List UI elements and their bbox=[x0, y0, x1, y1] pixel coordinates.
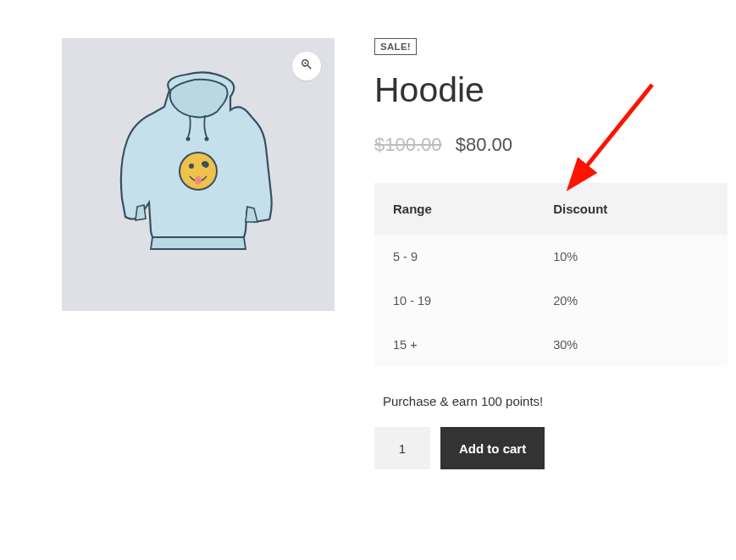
svg-point-0 bbox=[185, 137, 190, 141]
svg-point-3 bbox=[189, 164, 194, 169]
svg-point-1 bbox=[204, 137, 208, 141]
price-current: $80.00 bbox=[456, 134, 512, 155]
quantity-input[interactable] bbox=[374, 427, 430, 469]
svg-point-4 bbox=[195, 176, 202, 185]
cart-row: Add to cart bbox=[374, 427, 728, 469]
points-message: Purchase & earn 100 points! bbox=[383, 394, 728, 408]
header-discount: Discount bbox=[534, 183, 728, 235]
product-container: SALE! Hoodie $100.00 $80.00 Range Discou… bbox=[0, 0, 736, 469]
cell-discount: 30% bbox=[534, 323, 728, 367]
magnifier-icon bbox=[300, 58, 313, 75]
zoom-button[interactable] bbox=[292, 52, 321, 80]
header-range: Range bbox=[374, 183, 534, 235]
price: $100.00 $80.00 bbox=[374, 134, 728, 156]
product-image[interactable] bbox=[62, 38, 335, 311]
cell-discount: 20% bbox=[534, 279, 728, 323]
add-to-cart-button[interactable]: Add to cart bbox=[440, 427, 545, 469]
cell-range: 15 + bbox=[374, 323, 534, 367]
price-original: $100.00 bbox=[374, 134, 442, 155]
cell-discount: 10% bbox=[534, 235, 728, 279]
sale-badge: SALE! bbox=[374, 38, 417, 55]
table-row: 5 - 9 10% bbox=[374, 235, 728, 279]
table-row: 15 + 30% bbox=[374, 323, 728, 367]
table-row: 10 - 19 20% bbox=[374, 279, 728, 323]
cell-range: 5 - 9 bbox=[374, 235, 534, 279]
product-details: SALE! Hoodie $100.00 $80.00 Range Discou… bbox=[374, 38, 728, 469]
hoodie-illustration bbox=[112, 71, 285, 278]
discount-table: Range Discount 5 - 9 10% 10 - 19 20% 15 … bbox=[374, 183, 728, 367]
cell-range: 10 - 19 bbox=[374, 279, 534, 323]
product-title: Hoodie bbox=[374, 70, 728, 110]
table-header-row: Range Discount bbox=[374, 183, 728, 235]
